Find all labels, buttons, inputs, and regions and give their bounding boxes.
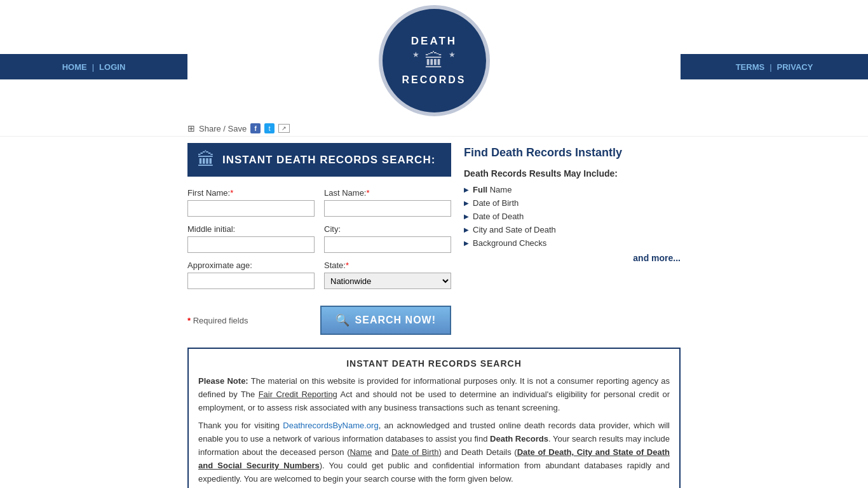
result-dod: ▶ Date of Death xyxy=(464,212,681,221)
nav-sep-right: | xyxy=(770,62,771,72)
info-box: INSTANT DEATH RECORDS SEARCH Please Note… xyxy=(187,348,681,488)
and-more: and more... xyxy=(464,253,681,263)
terms-link[interactable]: TERMS xyxy=(736,62,765,72)
building-icon: 🏛 xyxy=(424,50,444,72)
star-right-icon: ★ xyxy=(449,50,456,72)
nav-left: HOME | LOGIN xyxy=(0,54,187,79)
logo-stars: ★ 🏛 ★ xyxy=(412,50,456,72)
share-label: Share / Save xyxy=(199,124,247,133)
result-dob-text: Date of Birth xyxy=(473,198,519,208)
age-input[interactable] xyxy=(187,273,315,289)
last-name-group: Last Name:* xyxy=(324,188,451,217)
logo: DEATH ★ 🏛 ★ RECORDS xyxy=(379,5,490,116)
result-icon-bg: ▶ xyxy=(464,240,469,247)
first-name-label: First Name:* xyxy=(187,188,315,198)
search-header-text: INSTANT DEATH RECORDS SEARCH: xyxy=(222,154,435,166)
name-row: First Name:* Last Name:* xyxy=(187,188,451,217)
result-fullname-text: Full Name xyxy=(473,185,512,194)
main-content: 🏛 INSTANT DEATH RECORDS SEARCH: First Na… xyxy=(0,137,868,341)
required-note: * Required fields xyxy=(187,316,248,325)
share-other-icon[interactable]: ↗ xyxy=(278,124,290,133)
twitter-icon[interactable]: t xyxy=(264,123,275,133)
logo-text-bottom: RECORDS xyxy=(402,74,466,86)
result-bg-text: Background Checks xyxy=(473,238,546,248)
result-icon-city: ▶ xyxy=(464,226,469,233)
state-select[interactable]: NationwideAlabamaAlaskaArizonaArkansasCa… xyxy=(324,273,451,289)
middle-initial-group: Middle initial: xyxy=(187,224,315,253)
last-name-label: Last Name:* xyxy=(324,188,451,198)
middle-initial-input[interactable] xyxy=(187,236,315,253)
privacy-link[interactable]: PRIVACY xyxy=(777,62,813,72)
first-name-group: First Name:* xyxy=(187,188,315,217)
logo-text-top: DEATH xyxy=(411,35,457,48)
info-p2: Thank you for visiting DeathrecordsByNam… xyxy=(198,419,670,485)
result-bg: ▶ Background Checks xyxy=(464,238,681,248)
city-group: City: xyxy=(324,224,451,253)
age-label: Approximate age: xyxy=(187,261,315,270)
result-dob: ▶ Date of Birth xyxy=(464,198,681,208)
result-city-state: ▶ City and Sate of Death xyxy=(464,225,681,234)
search-header-icon: 🏛 xyxy=(197,149,215,170)
search-header: 🏛 INSTANT DEATH RECORDS SEARCH: xyxy=(187,143,451,177)
middle-initial-label: Middle initial: xyxy=(187,224,315,234)
site-link[interactable]: DeathrecordsByName.org xyxy=(283,421,378,430)
header: HOME | LOGIN DEATH ★ 🏛 ★ RECORDS TERMS |… xyxy=(0,0,868,121)
result-city-text: City and Sate of Death xyxy=(473,225,556,234)
share-box-icon: ⊞ xyxy=(187,123,195,133)
result-fullname: ▶ Full Name xyxy=(464,185,681,194)
info-panel: Find Death Records Instantly Death Recor… xyxy=(464,143,681,335)
city-input[interactable] xyxy=(324,236,451,253)
search-button[interactable]: 🔍 SEARCH NOW! xyxy=(320,306,451,335)
required-star: * xyxy=(187,316,193,325)
home-link[interactable]: HOME xyxy=(62,62,87,72)
nav-right: TERMS | PRIVACY xyxy=(681,54,868,79)
nav-sep-left: | xyxy=(92,62,94,72)
first-name-input[interactable] xyxy=(187,200,315,217)
result-dod-text: Date of Death xyxy=(473,212,524,221)
find-title: Find Death Records Instantly xyxy=(464,146,681,159)
state-label: State:* xyxy=(324,261,451,270)
form-bottom: * Required fields 🔍 SEARCH NOW! xyxy=(187,301,451,335)
state-group: State:* NationwideAlabamaAlaskaArizonaAr… xyxy=(324,261,451,289)
middle-city-row: Middle initial: City: xyxy=(187,224,451,253)
facebook-icon[interactable]: f xyxy=(250,123,261,133)
last-name-input[interactable] xyxy=(324,200,451,217)
magnifier-icon: 🔍 xyxy=(336,313,350,327)
age-group: Approximate age: xyxy=(187,261,315,289)
first-name-required: * xyxy=(230,188,233,198)
share-bar: ⊞ Share / Save f t ↗ xyxy=(0,121,868,137)
result-icon-dob: ▶ xyxy=(464,200,469,207)
result-icon-dod: ▶ xyxy=(464,213,469,220)
state-required: * xyxy=(346,261,349,270)
last-name-required: * xyxy=(366,188,369,198)
info-box-title: INSTANT DEATH RECORDS SEARCH xyxy=(198,358,670,369)
age-state-row: Approximate age: State:* NationwideAlaba… xyxy=(187,261,451,289)
star-left-icon: ★ xyxy=(412,50,419,72)
login-link[interactable]: LOGIN xyxy=(99,62,125,72)
info-p1: Please Note: The material on this websit… xyxy=(198,375,670,414)
search-form-panel: 🏛 INSTANT DEATH RECORDS SEARCH: First Na… xyxy=(187,143,451,335)
result-icon-fullname: ▶ xyxy=(464,186,469,193)
results-title: Death Records Results May Include: xyxy=(464,168,681,179)
city-label: City: xyxy=(324,224,451,234)
